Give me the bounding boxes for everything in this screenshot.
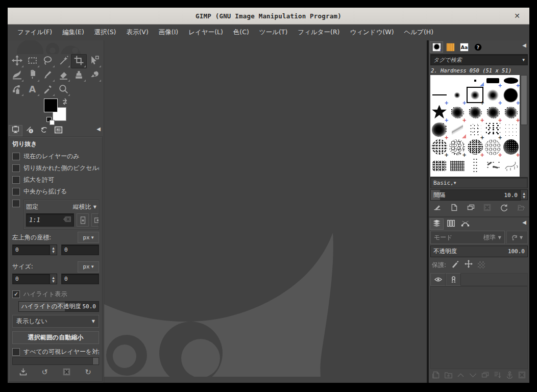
- aspect-ratio-input[interactable]: 1:1: [26, 213, 74, 227]
- brush-cell-2-0-star[interactable]: +: [430, 104, 448, 121]
- brush-cell-1-0-line[interactable]: +: [430, 86, 448, 104]
- swap-colors-icon[interactable]: [61, 97, 69, 108]
- duplicate-layer-button[interactable]: [479, 370, 492, 381]
- raise-layer-button[interactable]: [454, 370, 467, 381]
- option-checkbox-0[interactable]: [12, 153, 20, 160]
- guides-combo[interactable]: 表示しない ▼: [12, 315, 99, 328]
- brush-spacing-slider[interactable]: 間隔 10.0: [430, 189, 521, 201]
- anchor-layer-button[interactable]: [504, 370, 516, 381]
- menu-item-9[interactable]: ウィンドウ(W): [345, 26, 398, 39]
- size-width-spinner[interactable]: ▲▼: [50, 274, 57, 284]
- position-unit-combo[interactable]: px▼: [78, 232, 99, 243]
- foreground-color-swatch[interactable]: [44, 99, 58, 112]
- brush-cell-1-3-soft-l[interactable]: +: [484, 86, 502, 104]
- visibility-column-header[interactable]: [430, 273, 446, 286]
- tab-brushes[interactable]: +: [430, 41, 443, 53]
- tool-options-scrollbar[interactable]: [12, 357, 99, 365]
- position-x-spinner[interactable]: ▲▼: [50, 244, 57, 255]
- crop-tool-button[interactable]: [71, 54, 86, 68]
- size-width-input[interactable]: 0: [12, 274, 50, 284]
- color-picker-tool-button[interactable]: [40, 83, 56, 97]
- tab-paths[interactable]: [458, 218, 472, 230]
- tab-tool-options[interactable]: [9, 125, 22, 136]
- new-brush-button[interactable]: [448, 203, 460, 214]
- position-x-input[interactable]: 0: [12, 244, 50, 255]
- auto-shrink-button[interactable]: 選択範囲の自動縮小: [12, 331, 99, 345]
- brush-cell-0-3-block[interactable]: +: [484, 75, 502, 86]
- brush-cell-3-0-smoke[interactable]: +: [430, 121, 448, 138]
- reset-options-button[interactable]: ↻: [82, 368, 94, 379]
- tab-device-status[interactable]: i: [23, 125, 37, 136]
- option-checkbox-3[interactable]: [12, 188, 20, 195]
- restore-preset-button[interactable]: ↺: [39, 368, 51, 379]
- highlight-checkbox[interactable]: ✓: [12, 290, 20, 298]
- menu-item-3[interactable]: 表示(V): [121, 26, 153, 39]
- edit-brush-button[interactable]: [431, 203, 443, 214]
- new-layer-button[interactable]: [430, 370, 442, 381]
- titlebar[interactable]: GIMP (GNU Image Manipulation Program) ✕: [8, 8, 529, 24]
- duplicate-brush-button[interactable]: [465, 203, 477, 214]
- brush-cell-2-4-chalk[interactable]: +: [502, 104, 520, 121]
- paths-tool-button[interactable]: [9, 83, 25, 97]
- size-height-input[interactable]: 0: [61, 274, 99, 284]
- menu-item-7[interactable]: ツール(T): [255, 26, 292, 39]
- canvas-area[interactable]: [104, 40, 429, 383]
- delete-brush-button[interactable]: [481, 203, 494, 214]
- brush-spacing-spinner[interactable]: ▲▼: [521, 189, 528, 200]
- tab-layers[interactable]: [430, 218, 444, 230]
- blend-space-button[interactable]: ▼: [506, 231, 528, 244]
- option-checkbox-2[interactable]: [12, 176, 20, 184]
- smudge-tool-button[interactable]: [87, 68, 102, 83]
- text-tool-button[interactable]: A: [25, 83, 40, 97]
- brush-cell-5-3-confetti[interactable]: [484, 156, 502, 176]
- refresh-brushes-button[interactable]: [498, 203, 510, 214]
- brush-cell-4-1-tc2[interactable]: +: [448, 138, 466, 156]
- clear-input-icon[interactable]: [63, 216, 71, 224]
- position-y-input[interactable]: 0: [61, 244, 99, 255]
- brush-cell-3-2-speck-s[interactable]: +: [466, 121, 484, 138]
- save-preset-button[interactable]: [17, 368, 29, 379]
- tab-fonts[interactable]: Aa: [457, 41, 471, 53]
- brush-tag-combo[interactable]: Basic, ▼: [430, 177, 528, 188]
- lock-alpha-icon[interactable]: [478, 261, 485, 268]
- brush-scrollbar[interactable]: [520, 75, 528, 177]
- brush-cell-5-0-texsq[interactable]: [430, 156, 448, 176]
- tab-patterns[interactable]: [444, 41, 457, 53]
- merge-down-button[interactable]: [492, 370, 504, 381]
- brush-cell-4-2-tc3[interactable]: +: [466, 138, 484, 156]
- brush-cell-4-3-tc4[interactable]: +: [484, 138, 502, 156]
- menu-item-4[interactable]: 画像(I): [154, 26, 183, 39]
- gradient-tool-button[interactable]: [9, 68, 25, 83]
- dock-menu-icon[interactable]: ◀: [522, 42, 526, 48]
- menu-item-2[interactable]: 選択(S): [90, 26, 121, 39]
- brush-cell-4-0-tc1[interactable]: +: [430, 138, 448, 156]
- shrink-merged-checkbox[interactable]: [12, 348, 20, 356]
- brush-cell-2-2-chalk[interactable]: +: [466, 104, 484, 121]
- tab-images[interactable]: [52, 125, 65, 136]
- lower-layer-button[interactable]: [467, 370, 479, 381]
- fixed-mode-combo[interactable]: 縦横比▼: [73, 203, 96, 211]
- fuzzy-select-tool-button[interactable]: [56, 54, 71, 68]
- new-layer-group-button[interactable]: [442, 370, 454, 381]
- eraser-tool-button[interactable]: [56, 68, 71, 83]
- size-unit-combo[interactable]: px▼: [78, 261, 99, 273]
- option-checkbox-1[interactable]: [12, 164, 20, 172]
- clone-tool-button[interactable]: [71, 68, 86, 83]
- menu-item-8[interactable]: フィルター(R): [293, 26, 344, 39]
- brush-cell-1-1-soft-s[interactable]: +: [448, 86, 466, 104]
- move-tool-button[interactable]: [9, 54, 25, 68]
- brush-cell-2-1-chalk[interactable]: +: [448, 104, 466, 121]
- brush-cell-0-2-pixel[interactable]: [466, 75, 484, 86]
- layer-opacity-slider[interactable]: 不透明度 100.0: [430, 246, 528, 257]
- link-column-header[interactable]: [446, 273, 461, 286]
- brush-cell-4-4-tc5[interactable]: +: [502, 138, 520, 156]
- close-icon[interactable]: ✕: [512, 11, 522, 21]
- brush-cell-5-2-speckstrip[interactable]: [466, 156, 484, 176]
- portrait-orientation-button[interactable]: [77, 213, 89, 227]
- dock-menu-icon[interactable]: ◀: [522, 219, 526, 225]
- free-select-tool-button[interactable]: [40, 54, 56, 68]
- menu-item-5[interactable]: レイヤー(L): [184, 26, 228, 39]
- transform-tool-button[interactable]: [87, 54, 102, 68]
- lock-pixels-icon[interactable]: [451, 260, 459, 270]
- brush-cell-5-1-hatch[interactable]: [448, 156, 466, 176]
